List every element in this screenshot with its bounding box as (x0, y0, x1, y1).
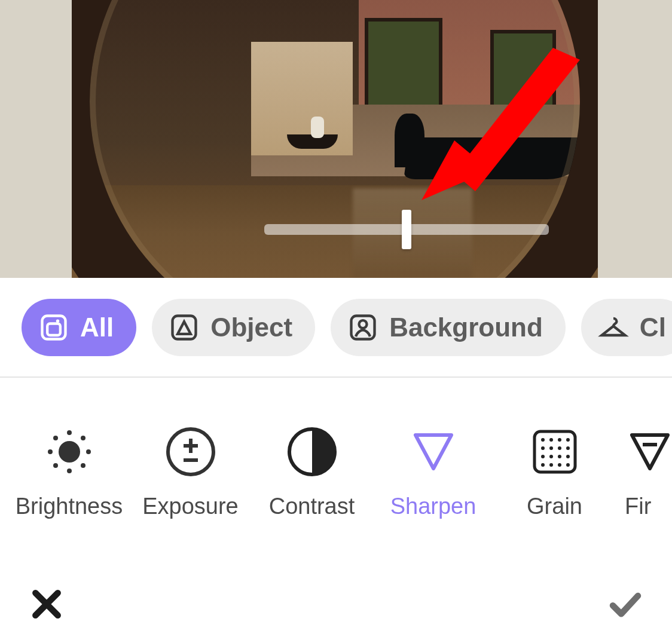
adjust-slider[interactable] (264, 224, 549, 235)
hanger-icon (598, 312, 629, 343)
svg-point-31 (541, 455, 545, 458)
fine-icon (625, 427, 672, 477)
adjust-contrast[interactable]: Contrast (251, 427, 372, 519)
svg-point-12 (86, 449, 91, 454)
svg-point-25 (558, 438, 561, 442)
pill-background[interactable]: Background (331, 299, 566, 356)
svg-point-34 (566, 455, 570, 458)
adjust-sharpen[interactable]: Sharpen (372, 427, 494, 519)
svg-point-14 (81, 436, 85, 440)
svg-point-16 (81, 463, 85, 468)
svg-point-30 (566, 446, 570, 450)
svg-point-8 (59, 441, 80, 463)
pill-label: Object (210, 313, 292, 342)
slider-thumb[interactable] (402, 210, 411, 249)
svg-point-13 (53, 436, 58, 440)
adjustment-row: Brightness Exposure Contrast Sha (0, 378, 672, 568)
exposure-icon (166, 427, 216, 477)
pill-label: Cl (640, 313, 666, 342)
svg-point-15 (53, 463, 58, 468)
svg-point-36 (549, 463, 553, 467)
pill-all[interactable]: All (22, 299, 136, 356)
pill-clothes[interactable]: Cl (581, 299, 672, 356)
confirm-button[interactable] (603, 581, 648, 629)
adjust-exposure[interactable]: Exposure (130, 427, 251, 519)
svg-point-33 (558, 455, 561, 458)
contrast-icon (287, 427, 337, 477)
pill-label: All (80, 313, 114, 342)
edited-image (72, 0, 598, 278)
brightness-icon (44, 427, 94, 477)
svg-point-4 (56, 319, 59, 322)
svg-point-35 (541, 463, 545, 467)
cancel-button[interactable] (24, 581, 69, 629)
pill-object[interactable]: Object (152, 299, 315, 356)
adjust-fine[interactable]: Fir (615, 427, 672, 519)
svg-point-38 (566, 463, 570, 467)
adjust-label: Exposure (142, 494, 239, 519)
close-icon (30, 587, 63, 621)
svg-point-27 (541, 446, 545, 450)
category-pill-row: All Object Background Cl (0, 278, 672, 378)
svg-point-37 (558, 463, 561, 467)
svg-point-11 (48, 449, 53, 454)
triangle-in-square-icon (169, 312, 200, 343)
adjust-label: Contrast (269, 494, 355, 519)
svg-point-23 (541, 438, 545, 442)
svg-point-26 (566, 438, 570, 442)
adjust-label: Brightness (16, 494, 123, 519)
checkmark-icon (609, 587, 642, 621)
image-preview (0, 0, 672, 278)
bottom-action-bar (0, 568, 672, 643)
svg-point-7 (359, 320, 367, 328)
svg-point-24 (549, 438, 553, 442)
adjust-label: Fir (625, 494, 651, 519)
adjust-grain[interactable]: Grain (494, 427, 615, 519)
grain-icon (530, 427, 580, 477)
svg-point-32 (549, 455, 553, 458)
person-in-square-icon (347, 312, 378, 343)
svg-rect-3 (47, 323, 60, 335)
pill-label: Background (389, 313, 543, 342)
stack-icon (38, 312, 69, 343)
svg-point-29 (558, 446, 561, 450)
svg-point-9 (67, 430, 72, 435)
sharpen-icon (408, 427, 459, 477)
adjust-brightness[interactable]: Brightness (8, 427, 130, 519)
adjust-label: Grain (527, 494, 582, 519)
svg-point-28 (549, 446, 553, 450)
adjust-label: Sharpen (390, 494, 476, 519)
svg-point-10 (67, 469, 72, 473)
